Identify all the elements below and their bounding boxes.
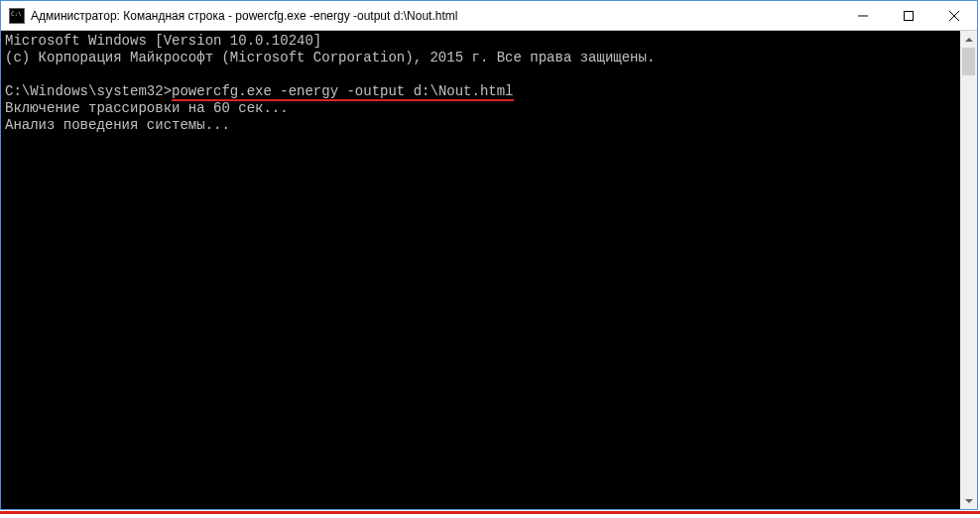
console-area: Microsoft Windows [Version 10.0.10240] (…: [1, 31, 977, 509]
maximize-icon: [904, 11, 914, 21]
output-line: (c) Корпорация Майкрософт (Microsoft Cor…: [5, 50, 655, 65]
output-line: Включение трассировки на 60 сек...: [5, 100, 289, 116]
svg-marker-5: [965, 499, 973, 503]
close-icon: [949, 11, 959, 21]
svg-rect-1: [905, 11, 914, 20]
annotation-underline: [0, 511, 980, 514]
svg-marker-4: [965, 38, 973, 42]
command-prompt-window: Администратор: Командная строка - powerc…: [0, 0, 978, 510]
cmd-icon: [9, 8, 25, 24]
scrollbar-thumb[interactable]: [962, 48, 975, 75]
minimize-button[interactable]: [840, 1, 886, 30]
minimize-icon: [858, 11, 868, 21]
command-text: powercfg.exe -energy -output d:\Nout.htm…: [172, 83, 513, 101]
vertical-scrollbar[interactable]: [960, 31, 977, 509]
titlebar[interactable]: Администратор: Командная строка - powerc…: [1, 1, 977, 31]
scroll-down-button[interactable]: [960, 492, 977, 509]
console-output[interactable]: Microsoft Windows [Version 10.0.10240] (…: [1, 31, 960, 509]
output-line: Microsoft Windows [Version 10.0.10240]: [5, 33, 321, 49]
output-line: Анализ поведения системы...: [5, 117, 230, 133]
scrollbar-track[interactable]: [960, 48, 977, 492]
window-controls: [840, 1, 977, 30]
chevron-down-icon: [965, 499, 973, 503]
prompt-text: C:\Windows\system32>: [5, 83, 172, 99]
close-button[interactable]: [931, 1, 977, 30]
maximize-button[interactable]: [886, 1, 931, 30]
scroll-up-button[interactable]: [960, 31, 977, 48]
window-title: Администратор: Командная строка - powerc…: [31, 9, 840, 23]
chevron-up-icon: [965, 38, 973, 42]
